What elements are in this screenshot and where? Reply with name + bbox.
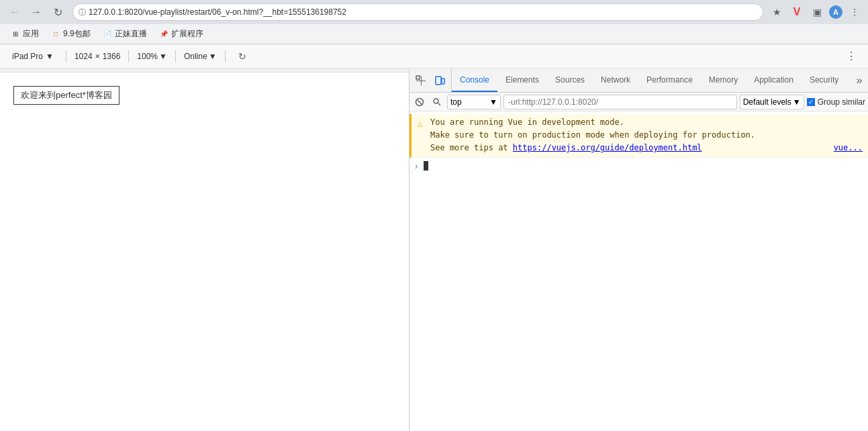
tab-application[interactable]: Application [746,68,802,92]
group-similar-text: Group similar [818,97,865,107]
warn-icon: ⚠ [417,116,422,131]
tab-console-label: Console [460,75,489,85]
page-content: 欢迎来到perfect*博客园 [0,73,409,431]
vue-source-link[interactable]: vue... [834,142,863,154]
apps-bookmark[interactable]: ⊞ 应用 [5,26,44,42]
device-bar: iPad Pro ▼ 1024 × 1366 100% ▼ Online ▼ ↻… [0,44,868,68]
star-icon[interactable]: ★ [769,4,785,20]
tab-memory-label: Memory [709,75,738,85]
device-toggle-button[interactable] [431,68,448,92]
device-dropdown-icon: ▼ [46,52,54,61]
filter-icon-button[interactable] [430,95,444,109]
apps-label: 应用 [23,28,39,40]
url-display: 127.0.0.1:8020/vue-playlist/restart/06_v… [89,7,757,17]
svg-point-7 [434,99,438,103]
dimension-display: 1024 × 1366 [75,52,120,61]
extension-icon[interactable]: ▣ [809,4,825,20]
address-bar[interactable]: ⓘ 127.0.0.1:8020/vue-playlist/restart/06… [73,3,763,21]
group-similar-checkbox[interactable]: ✓ [807,98,815,106]
browser-frame: ← → ↻ ⓘ 127.0.0.1:8020/vue-playlist/rest… [0,0,868,431]
console-message-vue-warn: ⚠ You are running Vue in development mod… [409,114,868,158]
inspect-element-button[interactable] [412,68,430,92]
bookmark-99[interactable]: □ 9.9包邮 [46,26,96,42]
back-button[interactable]: ← [5,3,24,21]
filter-input[interactable] [503,95,737,109]
welcome-button[interactable]: 欢迎来到perfect*博客园 [13,86,119,105]
tab-application-label: Application [754,75,793,85]
svg-rect-3 [436,77,441,85]
svg-line-8 [438,103,441,105]
tab-security[interactable]: Security [802,68,847,92]
tab-memory[interactable]: Memory [701,68,746,92]
svg-rect-4 [442,79,444,84]
pin-icon: 📌 [159,30,168,39]
devtools-panel: Console Elements Sources Network Perform… [409,68,868,431]
lock-icon: ⓘ [79,7,86,17]
console-prompt[interactable]: › [409,158,868,174]
zoom-dropdown-icon: ▼ [159,52,167,61]
group-similar-label[interactable]: ✓ Group similar [807,97,865,107]
context-dropdown-icon: ▼ [489,97,497,107]
device-selector[interactable]: iPad Pro ▼ [8,50,58,63]
levels-value: Default levels [743,97,791,107]
separator-2 [128,50,129,62]
vue-deployment-link[interactable]: https://vuejs.org/guide/deployment.html [513,143,702,152]
clear-console-button[interactable] [412,95,427,109]
context-value: top [450,97,462,107]
nav-buttons: ← → ↻ [5,3,67,21]
bookmark-bar: ⊞ 应用 □ 9.9包邮 📄 正妹直播 📌 扩展程序 [0,24,868,44]
tab-performance[interactable]: Performance [638,68,701,92]
tab-console[interactable]: Console [452,68,497,92]
tab-sources[interactable]: Sources [547,68,593,92]
devtools-more-tabs-button[interactable]: » [851,68,868,92]
devtools-toolbar: Console Elements Sources Network Perform… [409,68,868,93]
context-selector[interactable]: top ▼ [447,95,501,109]
bookmark-ext-label: 扩展程序 [171,28,203,40]
height-value: 1366 [103,52,121,61]
devtools-icons-left [409,68,452,92]
width-value: 1024 [75,52,93,61]
vivaldi-icon[interactable]: V [789,4,805,20]
online-value: Online [184,52,207,61]
main-area: 欢迎来到perfect*博客园 Console [0,68,868,431]
console-output: ⚠ You are running Vue in development mod… [409,111,868,431]
doc-icon: 📄 [103,30,112,39]
devtools-tabs: Console Elements Sources Network Perform… [452,68,851,92]
tab-sources-label: Sources [555,75,585,85]
online-dropdown-icon: ▼ [209,52,217,61]
bookmark-live[interactable]: 📄 正妹直播 [97,26,152,42]
bookmark-99-label: 9.9包邮 [63,28,91,40]
zoom-selector[interactable]: 100% ▼ [137,52,167,61]
svg-rect-0 [416,76,420,79]
svg-line-6 [418,100,422,104]
separator-3 [175,50,176,62]
tab-network[interactable]: Network [593,68,638,92]
levels-selector[interactable]: Default levels ▼ [740,95,804,109]
title-bar: ← → ↻ ⓘ 127.0.0.1:8020/vue-playlist/rest… [0,0,868,24]
prompt-cursor [424,161,428,171]
separator-4 [225,50,226,62]
reload-button[interactable]: ↻ [48,3,67,21]
rotate-button[interactable]: ↻ [234,48,251,65]
console-toolbar: top ▼ Default levels ▼ ✓ Group similar [409,93,868,111]
dimension-x: × [95,52,100,61]
levels-dropdown-icon: ▼ [793,97,801,107]
more-options-button[interactable]: ⋮ [842,48,860,65]
tab-elements[interactable]: Elements [497,68,547,92]
online-selector[interactable]: Online ▼ [184,52,217,61]
forward-button[interactable]: → [27,3,46,21]
tab-performance-label: Performance [646,75,693,85]
welcome-text: 欢迎来到perfect*博客园 [21,90,112,100]
title-icons: ★ V ▣ A ⋮ [769,4,863,20]
account-icon[interactable]: A [829,5,842,19]
apps-grid-icon: ⊞ [11,30,20,39]
separator-1 [66,50,66,62]
tab-security-label: Security [810,75,838,85]
prompt-arrow-icon: › [415,160,418,171]
bookmark-live-label: 正妹直播 [115,28,147,40]
menu-icon[interactable]: ⋮ [847,4,863,20]
bookmark-ext[interactable]: 📌 扩展程序 [154,26,209,42]
package-icon: □ [51,30,60,39]
zoom-value: 100% [137,52,158,61]
device-name: iPad Pro [12,52,43,61]
